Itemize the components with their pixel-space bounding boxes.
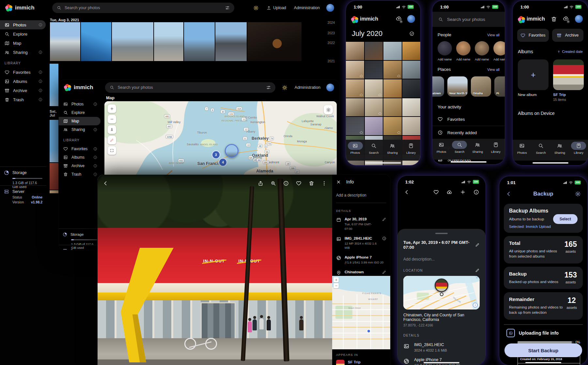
photo-thumbnail[interactable] [215,22,247,61]
photo-thumbnail[interactable] [247,22,302,61]
settings-gear-icon[interactable] [575,191,581,197]
sync-status-icon[interactable]: ⊘ [396,15,402,23]
photo-thumbnail[interactable] [184,22,215,61]
zoom-icon[interactable] [271,181,276,186]
nav-tab[interactable]: Library [570,142,587,154]
sidebar-item[interactable]: Sharing [0,48,46,57]
delete-icon[interactable] [309,181,314,186]
map-settings-button[interactable] [324,105,333,114]
place-card[interactable]: Omaha [471,76,491,97]
photo-thumbnail[interactable] [402,61,421,79]
place-card[interactable]: Near North Side [447,76,468,97]
album-card[interactable]: SF Trip 15 items [553,59,584,102]
location-map-card[interactable]: - San Francisco Ferry B The Emb i [403,276,480,309]
nav-tab[interactable]: Sharing [551,142,568,154]
zoom-in-button[interactable] [333,277,339,282]
back-icon[interactable] [103,181,108,186]
theme-toggle-sun-icon[interactable] [282,85,287,90]
photo-thumbnail[interactable] [402,42,421,60]
edit-pencil-icon[interactable] [475,268,480,273]
edit-pencil-icon[interactable] [475,243,480,247]
photo-map-marker[interactable] [225,144,239,158]
photo-thumbnail[interactable] [402,117,421,135]
nav-tab[interactable]: Search [451,141,468,153]
back-icon[interactable] [506,191,512,197]
nav-tab[interactable]: Search [533,142,549,154]
nav-tab[interactable]: Sharing [384,142,401,154]
nav-tab[interactable]: Search [365,142,382,154]
photo-thumbnail[interactable] [154,22,183,61]
edit-pencil-icon[interactable] [382,270,386,274]
photo-thumbnail[interactable] [365,42,383,60]
sidebar-item[interactable]: Trash [0,95,46,104]
sidebar-item[interactable]: Photos [59,100,101,108]
photo-thumbnail[interactable] [50,64,58,106]
upload-button[interactable]: Upload [267,6,286,10]
info-icon[interactable] [473,189,479,195]
photo-cluster-marker[interactable]: 4 [219,158,227,167]
nav-tab[interactable]: Library [403,142,420,154]
photo-detail-view[interactable]: IN-N-OUT IN-N-OUT [98,175,332,365]
sync-status-icon[interactable]: ⊘ [563,15,569,23]
map-attribution-icon[interactable]: i [473,303,478,308]
photo-thumbnail[interactable] [50,120,58,162]
photo-thumbnail[interactable] [346,98,364,117]
photo-thumbnail[interactable] [346,117,364,135]
photo-thumbnail[interactable] [383,98,402,117]
add-name-label[interactable]: Add name [493,57,505,61]
photo-thumbnail[interactable] [365,61,383,79]
draw-button[interactable] [108,136,116,144]
edit-pencil-icon[interactable] [382,217,386,221]
cloud-download-icon[interactable] [447,189,452,195]
nav-tab[interactable]: Photos [514,142,531,154]
nav-tab[interactable]: Photos [347,142,364,154]
timeline-scrubber[interactable]: 2024202320222021 [315,20,335,72]
user-avatar[interactable] [407,15,415,23]
administration-link[interactable]: Administration [295,85,320,90]
photo-thumbnail[interactable] [50,22,80,61]
fullscreen-button[interactable] [108,146,116,155]
immich-logo[interactable]: immich [5,4,49,11]
sidebar-item[interactable]: Map [59,117,101,125]
administration-link[interactable]: Administration [294,6,320,10]
photo-thumbnail[interactable] [383,42,402,60]
zoom-out-button[interactable] [333,283,339,288]
favorites-button[interactable]: Favorites [517,29,549,42]
filter-sliders-icon[interactable] [266,85,271,90]
nav-tab[interactable]: Library [487,141,504,153]
favorite-heart-icon[interactable] [296,181,302,186]
sidebar-item[interactable]: Sharing [59,125,101,134]
sidebar-item[interactable]: Favorites [0,68,46,77]
photo-thumbnail[interactable] [81,22,111,61]
user-avatar[interactable] [575,15,583,23]
search-input[interactable]: Search your photos [432,12,505,27]
person-item[interactable]: Add name [438,41,452,61]
sidebar-item[interactable]: Photos [0,20,46,29]
add-description-field[interactable]: Add a description [336,193,386,203]
sidebar-item[interactable]: Albums [0,77,46,86]
theme-toggle-sun-icon[interactable] [253,5,259,11]
start-backup-button[interactable]: Start Backup [504,343,582,357]
sort-by-created-date[interactable]: Created date [557,50,583,54]
photo-thumbnail[interactable] [383,117,402,135]
photo-thumbnail[interactable] [365,98,383,117]
person-item[interactable]: Add name [475,41,489,61]
user-avatar[interactable] [326,84,334,91]
share-icon[interactable] [258,181,263,186]
sidebar-item[interactable]: Archive [59,162,101,170]
compass-button[interactable] [108,125,116,134]
nav-tab[interactable]: Sharing [469,141,486,153]
filter-sliders-icon[interactable] [225,6,230,10]
photo-thumbnail[interactable] [50,163,58,190]
select-button[interactable]: Select [553,214,578,224]
immich-logo[interactable]: immich [64,84,102,91]
favorite-heart-icon[interactable] [433,189,439,195]
trash-icon[interactable] [551,16,557,22]
photo-thumbnail[interactable] [365,117,383,135]
photo-thumbnail[interactable] [383,61,402,79]
photo-thumbnail[interactable] [346,79,364,98]
sidebar-item[interactable]: Archive [0,86,46,95]
activity-item[interactable]: Recently added [432,126,505,139]
nav-tab[interactable]: Photos [433,141,450,153]
description-placeholder[interactable]: Add description... [403,257,480,262]
